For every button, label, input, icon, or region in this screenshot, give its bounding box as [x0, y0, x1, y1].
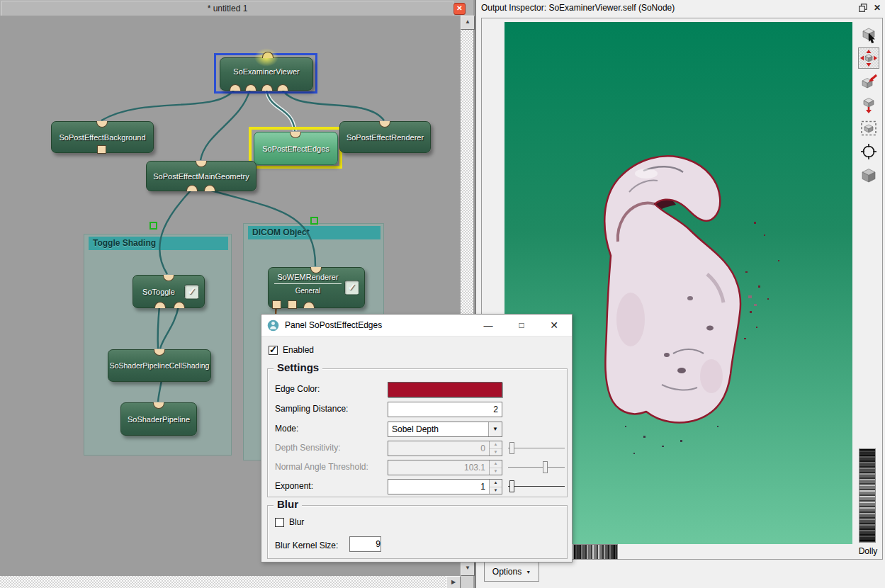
wire-toggle-cellshading-1[interactable] — [158, 306, 159, 349]
wire-examiner-renderer[interactable] — [282, 89, 384, 120]
connector-wem-out1[interactable] — [272, 300, 281, 309]
seek-mode-button[interactable] — [858, 71, 879, 92]
connector-wem-out2[interactable] — [288, 300, 297, 309]
exponent-input[interactable] — [388, 480, 489, 494]
connector-background-out[interactable] — [97, 145, 106, 154]
node-sotoggle[interactable]: SoToggle ✓ — [133, 275, 205, 308]
crosshair-icon — [859, 142, 878, 161]
float-window-icon[interactable] — [859, 4, 867, 12]
toggle-enabled-checkbox[interactable]: ✓ — [184, 284, 199, 299]
node-sowemrenderer[interactable]: SoWEMRenderer General ✓ — [268, 267, 365, 308]
view-down-button[interactable] — [858, 94, 879, 115]
node-soposteffectedges[interactable]: SoPostEffectEdges — [254, 132, 338, 165]
depth-sensitivity-slider[interactable] — [508, 441, 565, 456]
horizontal-scrollbar[interactable]: ▶ — [0, 576, 461, 588]
edge-color-swatch[interactable] — [388, 382, 502, 397]
connector-toggle-out1[interactable] — [154, 302, 166, 308]
spinner-buttons[interactable]: ▲▼ — [489, 441, 502, 456]
spin-down-icon[interactable]: ▼ — [490, 487, 502, 494]
minimize-button[interactable]: — — [478, 315, 499, 336]
dialog-titlebar[interactable]: Panel SoPostEffectEdges — □ ✕ — [261, 315, 572, 337]
spin-up-icon[interactable]: ▲ — [490, 460, 502, 468]
connector-maingeometry-out2[interactable] — [204, 185, 215, 191]
wire-examiner-background[interactable] — [101, 89, 235, 120]
wire-examiner-maingeometry[interactable] — [201, 89, 250, 160]
blur-checkbox-row[interactable]: Blur — [275, 517, 304, 527]
pick-mode-button[interactable] — [858, 24, 879, 45]
slider-thumb[interactable] — [509, 480, 514, 492]
dolly-label: Dolly — [856, 546, 880, 556]
group-boundary-connector-toggle[interactable] — [150, 222, 157, 230]
group-boundary-connector-dicom[interactable] — [310, 217, 318, 225]
depth-sensitivity-input[interactable] — [388, 441, 489, 456]
blur-kernel-input[interactable] — [350, 537, 389, 551]
combo-dropdown-icon[interactable]: ▼ — [488, 422, 502, 436]
wire-maingeometry-wem[interactable] — [209, 190, 315, 266]
spin-up-icon[interactable]: ▲ — [490, 441, 502, 448]
node-soshaderpipelinecellshading[interactable]: SoShaderPipelineCellShading — [108, 349, 211, 382]
tab-title: * untitled 1 — [208, 4, 248, 13]
sampling-distance-row: Sampling Distance: — [275, 402, 560, 417]
connector-wem-out3[interactable] — [303, 302, 315, 308]
scroll-right-button[interactable]: ▶ — [446, 576, 461, 588]
normal-angle-slider[interactable] — [508, 460, 565, 475]
node-soposteffectbackground[interactable]: SoPostEffectBackground — [51, 121, 154, 153]
wire-maingeometry-toggle[interactable] — [159, 190, 191, 274]
blur-checkbox[interactable] — [275, 518, 284, 527]
wire-cellshading-shaderpipeline[interactable] — [158, 380, 162, 402]
spinner-buttons[interactable]: ▲▼ — [489, 460, 502, 475]
application-window: * untitled 1 ✕ Toggle Shading DICOM Obje… — [0, 0, 885, 588]
settings-group-title: Settings — [274, 361, 322, 373]
slider-thumb[interactable] — [509, 442, 514, 454]
tab-close-button[interactable]: ✕ — [453, 3, 466, 15]
spin-down-icon[interactable]: ▼ — [490, 448, 502, 456]
settings-groupbox: Settings Edge Color: Sampling Distance: … — [267, 368, 568, 497]
spinner-buttons[interactable]: ▲▼ — [489, 480, 502, 494]
wem-enabled-checkbox[interactable]: ✓ — [344, 281, 359, 295]
connector-examiner-in2[interactable] — [245, 84, 257, 91]
dolly-thumbwheel[interactable] — [859, 448, 876, 543]
slider-thumb[interactable] — [543, 461, 548, 473]
spin-up-icon[interactable]: ▲ — [490, 480, 502, 487]
close-inspector-icon[interactable]: ✕ — [874, 3, 881, 13]
camera-type-button[interactable] — [858, 164, 879, 186]
node-soposteffectmaingeometry[interactable]: SoPostEffectMainGeometry — [146, 161, 257, 191]
rotate-thumbwheel[interactable] — [573, 544, 618, 560]
mode-combobox[interactable]: Sobel Depth ▼ — [388, 422, 502, 437]
scroll-up-button[interactable]: ▲ — [461, 16, 475, 30]
edge-color-label: Edge Color: — [275, 384, 320, 394]
connector-examiner-in4[interactable] — [277, 84, 288, 91]
connector-examiner-in3[interactable] — [261, 84, 273, 91]
enabled-checkbox[interactable] — [269, 346, 278, 355]
blur-groupbox: Blur Blur Blur Kernel Size: — [267, 505, 568, 559]
exponent-slider[interactable] — [508, 480, 565, 494]
options-button[interactable]: Options ▼ — [484, 562, 539, 582]
connector-examiner-in1[interactable] — [230, 84, 241, 91]
dialog-title: Panel SoPostEffectEdges — [285, 320, 382, 330]
normal-angle-row: Normal Angle Threshold: ▲▼ — [275, 460, 560, 475]
normal-angle-input[interactable] — [388, 460, 489, 475]
view-mode-button[interactable] — [858, 47, 879, 69]
tab-untitled[interactable]: * untitled 1 — [1, 1, 453, 16]
edge-color-row: Edge Color: — [275, 382, 560, 397]
close-button[interactable]: ✕ — [543, 315, 565, 336]
exponent-label: Exponent: — [275, 481, 313, 491]
connector-examiner-output[interactable] — [262, 52, 274, 58]
scroll-down-button[interactable]: ▼ — [461, 562, 475, 576]
enabled-checkbox-row[interactable]: Enabled — [269, 345, 314, 355]
inspector-title: Output Inspector: SoExaminerViewer.self … — [481, 3, 675, 13]
connector-maingeometry-out1[interactable] — [186, 185, 198, 191]
view-all-button[interactable] — [858, 118, 879, 139]
connector-toggle-out2[interactable] — [174, 302, 185, 308]
maximize-button[interactable]: □ — [511, 315, 532, 336]
node-soposteffectrenderer[interactable]: SoPostEffectRenderer — [339, 121, 431, 153]
spin-down-icon[interactable]: ▼ — [490, 468, 502, 475]
node-soexaminerviewer[interactable]: SoExaminerViewer — [220, 57, 313, 91]
node-soshaderpipeline[interactable]: SoShaderPipeline — [120, 402, 197, 436]
sampling-distance-input[interactable] — [388, 402, 502, 417]
mode-selected-value: Sobel Depth — [388, 422, 488, 436]
exponent-row: Exponent: ▲▼ — [275, 479, 560, 494]
panel-app-icon — [267, 320, 279, 332]
wire-toggle-cellshading-2[interactable] — [160, 306, 179, 349]
focus-button[interactable] — [858, 141, 879, 162]
